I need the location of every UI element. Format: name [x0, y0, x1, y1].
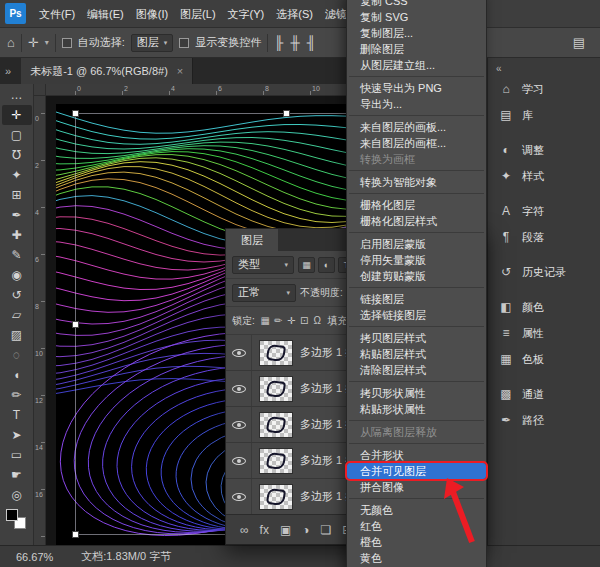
link-layers-icon[interactable]: ∞: [240, 523, 249, 537]
layer-thumbnail[interactable]: [259, 448, 293, 474]
context-menu-item[interactable]: 拷贝形状属性: [347, 385, 486, 401]
layer-mask-icon[interactable]: ▣: [280, 523, 291, 537]
layer-thumbnail[interactable]: [259, 340, 293, 366]
context-menu-item[interactable]: 复制 CSS: [347, 0, 486, 9]
layer-thumbnail[interactable]: [259, 412, 293, 438]
toolbar-more-icon[interactable]: …: [2, 85, 32, 105]
lock-transparency-icon[interactable]: ▦: [259, 315, 272, 326]
group-layers-icon[interactable]: ❏: [321, 523, 332, 537]
clone-stamp-tool[interactable]: ◉: [2, 265, 32, 285]
context-menu-item[interactable]: 黄色: [347, 550, 486, 566]
lock-position-icon[interactable]: ✛: [285, 315, 298, 326]
dodge-tool[interactable]: ◖: [2, 365, 32, 385]
context-menu-item[interactable]: 清除图层样式: [347, 362, 486, 378]
quick-select-tool[interactable]: ✦: [2, 165, 32, 185]
show-transform-checkbox[interactable]: [179, 38, 189, 48]
adjustment-layer-icon[interactable]: ◑: [302, 523, 309, 537]
shape-tool[interactable]: ▭: [2, 445, 32, 465]
blend-mode-dropdown[interactable]: 正常 ▾: [232, 284, 296, 302]
transform-handle[interactable]: [72, 321, 79, 328]
context-menu-item[interactable]: 合并形状: [347, 447, 486, 463]
eyedropper-tool[interactable]: ✒: [2, 205, 32, 225]
auto-select-dropdown[interactable]: 图层 ▾: [131, 34, 174, 52]
current-tool-icon[interactable]: ✛: [28, 36, 39, 49]
visibility-toggle[interactable]: [226, 479, 252, 514]
context-menu-item[interactable]: 链接图层: [347, 291, 486, 307]
zoom-tool[interactable]: ◎: [2, 485, 32, 505]
context-menu-item[interactable]: 复制 SVG: [347, 9, 486, 25]
visibility-toggle[interactable]: [226, 407, 252, 442]
visibility-toggle[interactable]: [226, 335, 252, 370]
dock-panel-adjustments[interactable]: ◐调整: [488, 137, 600, 163]
visibility-toggle[interactable]: [226, 443, 252, 478]
pen-tool[interactable]: ✏: [2, 385, 32, 405]
dock-panel-paths[interactable]: ✒路径: [488, 407, 600, 433]
context-menu-item[interactable]: 来自图层的画板...: [347, 119, 486, 135]
collapse-toolbar-button[interactable]: »: [0, 58, 21, 84]
layer-thumbnail[interactable]: [259, 376, 293, 402]
close-icon[interactable]: ×: [177, 65, 183, 77]
dock-panel-libraries[interactable]: ▤库: [488, 102, 600, 128]
zoom-level-field[interactable]: 66.67%: [16, 551, 53, 563]
workspace-icon[interactable]: ▤: [573, 36, 585, 49]
dock-panel-character[interactable]: A字符: [488, 198, 600, 224]
filter-adjustment-icon[interactable]: ◐: [318, 257, 335, 273]
lock-artboard-icon[interactable]: ⊡: [298, 315, 311, 326]
context-menu-item[interactable]: 转换为智能对象: [347, 174, 486, 190]
layer-style-icon[interactable]: fx: [260, 523, 269, 537]
type-tool[interactable]: T: [2, 405, 32, 425]
transform-handle[interactable]: [72, 531, 79, 538]
menubar-item[interactable]: 图像(I): [130, 0, 174, 28]
expand-dock-icon[interactable]: «: [496, 63, 502, 74]
auto-select-checkbox[interactable]: [62, 38, 72, 48]
context-menu-item[interactable]: 粘贴形状属性: [347, 401, 486, 417]
context-menu-item[interactable]: 停用矢量蒙版: [347, 252, 486, 268]
foreground-color-swatch[interactable]: [6, 509, 18, 521]
dock-panel-learn[interactable]: ⌂学习: [488, 76, 600, 102]
context-menu-item[interactable]: 导出为...: [347, 96, 486, 112]
dock-panel-channels[interactable]: ▩通道: [488, 381, 600, 407]
visibility-toggle[interactable]: [226, 371, 252, 406]
dock-panel-styles[interactable]: ✦样式: [488, 163, 600, 189]
dock-panel-paragraph[interactable]: ¶段落: [488, 224, 600, 250]
context-menu-item[interactable]: 选择链接图层: [347, 307, 486, 323]
align-right-icon[interactable]: ╢: [307, 36, 316, 49]
crop-tool[interactable]: ⊞: [2, 185, 32, 205]
context-menu-item[interactable]: 复制图层...: [347, 25, 486, 41]
context-menu-item[interactable]: 合并可见图层: [347, 463, 486, 479]
context-menu-item[interactable]: 粘贴图层样式: [347, 346, 486, 362]
menubar-item[interactable]: 文件(F): [33, 0, 81, 28]
move-tool[interactable]: ✛: [2, 105, 32, 125]
blur-tool[interactable]: ◌: [2, 345, 32, 365]
home-icon[interactable]: ⌂: [7, 36, 15, 49]
context-menu-item[interactable]: 栅格化图层样式: [347, 213, 486, 229]
tool-preset-arrow-icon[interactable]: ▾: [45, 38, 49, 47]
dock-panel-color[interactable]: ◧颜色: [488, 294, 600, 320]
align-left-icon[interactable]: ╟: [274, 36, 283, 49]
eraser-tool[interactable]: ▱: [2, 305, 32, 325]
document-tab[interactable]: 未标题-1 @ 66.7%(RGB/8#) ×: [21, 58, 193, 84]
menubar-item[interactable]: 文字(Y): [222, 0, 271, 28]
transform-handle[interactable]: [283, 110, 290, 117]
layer-thumbnail[interactable]: [259, 484, 293, 510]
brush-tool[interactable]: ✎: [2, 245, 32, 265]
align-center-icon[interactable]: ╫: [291, 36, 300, 49]
filter-type-dropdown[interactable]: 类型 ▾: [232, 256, 294, 274]
context-menu-item[interactable]: 栅格化图层: [347, 197, 486, 213]
context-menu-item[interactable]: 从图层建立组...: [347, 57, 486, 73]
context-menu-item[interactable]: 删除图层: [347, 41, 486, 57]
path-select-tool[interactable]: ➤: [2, 425, 32, 445]
context-menu-item[interactable]: 快速导出为 PNG: [347, 80, 486, 96]
healing-brush-tool[interactable]: ✚: [2, 225, 32, 245]
menubar-item[interactable]: 编辑(E): [81, 0, 130, 28]
tab-layers[interactable]: 图层: [226, 229, 278, 251]
context-menu-item[interactable]: 创建剪贴蒙版: [347, 268, 486, 284]
context-menu-item[interactable]: 来自图层的画框...: [347, 135, 486, 151]
lock-all-icon[interactable]: Ω: [311, 315, 324, 326]
filter-pixel-icon[interactable]: ▦: [298, 257, 315, 273]
gradient-tool[interactable]: ▨: [2, 325, 32, 345]
lock-pixels-icon[interactable]: ✏: [272, 315, 285, 326]
menubar-item[interactable]: 选择(S): [270, 0, 319, 28]
transform-handle[interactable]: [72, 110, 79, 117]
context-menu-item[interactable]: 拷贝图层样式: [347, 330, 486, 346]
